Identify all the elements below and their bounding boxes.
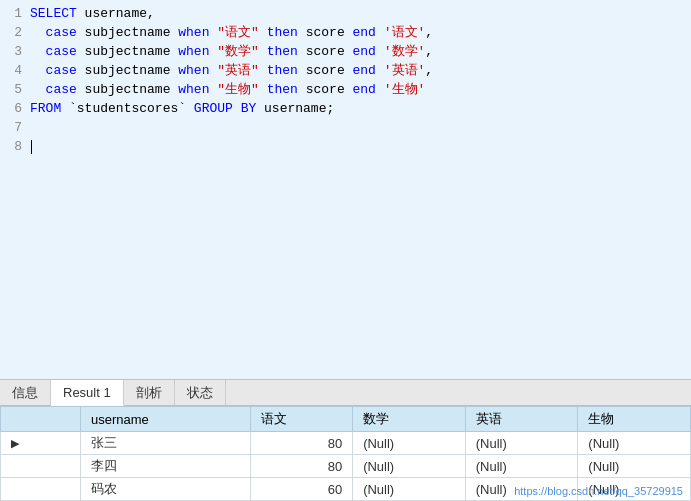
code-token: case	[30, 63, 77, 78]
cell-null-0: (Null)	[353, 478, 466, 501]
code-token	[376, 82, 384, 97]
code-line-5: 5 case subjectname when "生物" then score …	[0, 80, 691, 99]
code-token: ,	[425, 44, 433, 59]
line-content: case subjectname when "英语" then score en…	[30, 61, 691, 80]
code-token: "数学"	[217, 44, 259, 59]
tab-Result-1[interactable]: Result 1	[51, 380, 124, 406]
code-token: end	[353, 44, 376, 59]
code-token: end	[353, 25, 376, 40]
line-number: 1	[0, 4, 30, 23]
code-line-3: 3 case subjectname when "数学" then score …	[0, 42, 691, 61]
code-token	[376, 44, 384, 59]
cell-null-0: (Null)	[353, 455, 466, 478]
row-indicator-header	[1, 407, 81, 432]
line-content: case subjectname when "数学" then score en…	[30, 42, 691, 61]
code-token: ,	[425, 63, 433, 78]
code-token: score	[298, 44, 353, 59]
code-token: "语文"	[217, 25, 259, 40]
code-line-1: 1SELECT username,	[0, 4, 691, 23]
table-head: username语文数学英语生物	[1, 407, 691, 432]
cell-null-1: (Null)	[465, 432, 578, 455]
code-token: then	[267, 44, 298, 59]
cell-null-0: (Null)	[353, 432, 466, 455]
code-token: '英语'	[384, 63, 426, 78]
code-token: when	[178, 44, 209, 59]
code-token: '语文'	[384, 25, 426, 40]
code-token: score	[298, 82, 353, 97]
tab-状态[interactable]: 状态	[175, 380, 226, 405]
code-token: '生物'	[384, 82, 426, 97]
code-token: subjectname	[77, 63, 178, 78]
line-content: SELECT username,	[30, 4, 691, 23]
line-content: FROM `studentscores` GROUP BY username;	[30, 99, 691, 118]
main-container: 1SELECT username,2 case subjectname when…	[0, 0, 691, 501]
text-cursor	[31, 140, 32, 154]
tab-剖析[interactable]: 剖析	[124, 380, 175, 405]
column-header-英语: 英语	[465, 407, 578, 432]
code-token: end	[353, 63, 376, 78]
code-token: case	[30, 25, 77, 40]
cell-score: 80	[251, 455, 353, 478]
code-token: ,	[425, 25, 433, 40]
line-number: 3	[0, 42, 30, 61]
line-number: 8	[0, 137, 30, 156]
cell-username: 李四	[81, 455, 251, 478]
line-number: 6	[0, 99, 30, 118]
line-number: 2	[0, 23, 30, 42]
code-editor[interactable]: 1SELECT username,2 case subjectname when…	[0, 0, 691, 379]
cell-username: 码农	[81, 478, 251, 501]
cell-null-2: (Null)	[578, 432, 691, 455]
cell-score: 60	[251, 478, 353, 501]
line-content	[30, 137, 691, 156]
code-token: when	[178, 82, 209, 97]
code-line-2: 2 case subjectname when "语文" then score …	[0, 23, 691, 42]
code-line-6: 6FROM `studentscores` GROUP BY username;	[0, 99, 691, 118]
code-token: then	[267, 25, 298, 40]
code-token: subjectname	[77, 82, 178, 97]
code-token: GROUP BY	[194, 101, 256, 116]
code-token: when	[178, 63, 209, 78]
code-token: '数学'	[384, 44, 426, 59]
table-header-row: username语文数学英语生物	[1, 407, 691, 432]
table-row: 李四80(Null)(Null)(Null)	[1, 455, 691, 478]
bottom-panel: 信息Result 1剖析状态 username语文数学英语生物 ▶张三80(Nu…	[0, 379, 691, 501]
code-line-7: 7	[0, 118, 691, 137]
line-number: 5	[0, 80, 30, 99]
row-indicator	[1, 478, 81, 501]
table-row: ▶张三80(Null)(Null)(Null)	[1, 432, 691, 455]
code-token: when	[178, 25, 209, 40]
line-content: case subjectname when "语文" then score en…	[30, 23, 691, 42]
tabs-bar: 信息Result 1剖析状态	[0, 380, 691, 406]
code-token: SELECT	[30, 6, 77, 21]
code-token	[259, 63, 267, 78]
line-number: 4	[0, 61, 30, 80]
watermark: https://blog.csdn.net/qq_35729915	[514, 485, 683, 497]
code-token: subjectname	[77, 25, 178, 40]
code-token: case	[30, 44, 77, 59]
code-token: username;	[256, 101, 334, 116]
code-line-8: 8	[0, 137, 691, 156]
code-token: score	[298, 25, 353, 40]
code-token: case	[30, 82, 77, 97]
cell-null-1: (Null)	[465, 455, 578, 478]
column-header-语文: 语文	[251, 407, 353, 432]
code-token: then	[267, 63, 298, 78]
cell-null-2: (Null)	[578, 455, 691, 478]
column-header-生物: 生物	[578, 407, 691, 432]
code-token: score	[298, 63, 353, 78]
cell-score: 80	[251, 432, 353, 455]
code-token: end	[353, 82, 376, 97]
row-indicator	[1, 455, 81, 478]
code-token: FROM	[30, 101, 61, 116]
column-header-数学: 数学	[353, 407, 466, 432]
cell-username: 张三	[81, 432, 251, 455]
line-number: 7	[0, 118, 30, 137]
code-token: `studentscores`	[61, 101, 194, 116]
code-token	[259, 25, 267, 40]
row-indicator: ▶	[1, 432, 81, 455]
code-token: username,	[77, 6, 155, 21]
code-token: "生物"	[217, 82, 259, 97]
code-token: then	[267, 82, 298, 97]
line-content: case subjectname when "生物" then score en…	[30, 80, 691, 99]
tab-信息[interactable]: 信息	[0, 380, 51, 405]
